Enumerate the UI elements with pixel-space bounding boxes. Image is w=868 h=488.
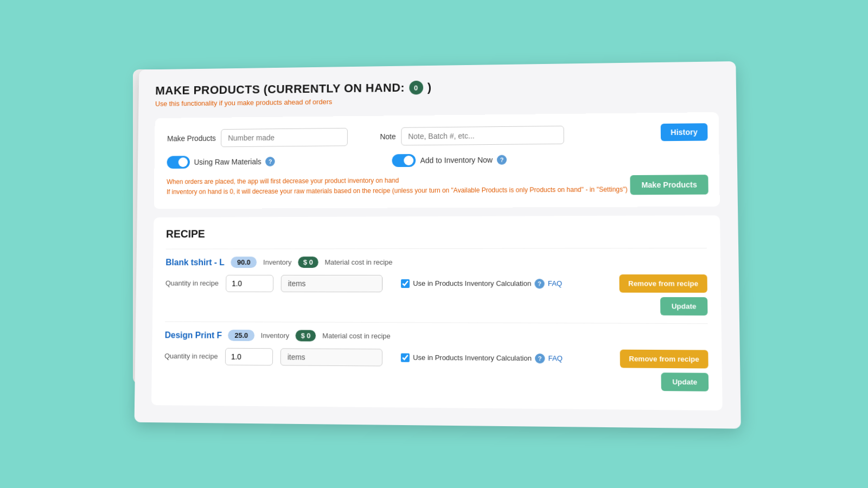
- checkbox-label-0: Use in Products Inventory Calculation: [413, 279, 531, 287]
- update-row-1: Update: [164, 369, 709, 391]
- qty-label-0: Quantity in recipe: [165, 279, 219, 287]
- qty-label-1: Quantity in recipe: [164, 352, 218, 360]
- note-label: Note: [380, 132, 395, 141]
- recipe-actions-1: Remove from recipe: [620, 350, 709, 369]
- raw-materials-help-icon[interactable]: ?: [265, 157, 275, 166]
- item-name-1[interactable]: Design Print F: [165, 330, 222, 340]
- raw-materials-toggle-group: Using Raw Materials ?: [167, 155, 276, 169]
- faq-link-1[interactable]: FAQ: [548, 354, 563, 362]
- item-name-0[interactable]: Blank tshirt - L: [165, 258, 225, 267]
- checkbox-label-1: Use in Products Inventory Calculation: [413, 354, 532, 363]
- recipe-section: RECIPE Blank tshirt - L 90.0 Inventory $…: [151, 215, 723, 410]
- make-products-panel: History Make Products Note: [154, 112, 720, 209]
- inventory-badge-1: 25.0: [228, 330, 254, 341]
- recipe-actions-0: Remove from recipe: [619, 274, 707, 293]
- qty-input-1[interactable]: [225, 348, 273, 365]
- cost-badge-0: $ 0: [298, 256, 318, 268]
- controls-left-0: Quantity in recipe Use in Products Inven…: [165, 275, 563, 293]
- faq-help-icon-1[interactable]: ?: [535, 354, 545, 363]
- title-text: MAKE PRODUCTS (CURRENTLY ON HAND:: [155, 81, 405, 98]
- remove-btn-0[interactable]: Remove from recipe: [619, 274, 707, 293]
- faq-help-icon-0[interactable]: ?: [534, 279, 544, 288]
- recipe-item-header-0: Blank tshirt - L 90.0 Inventory $ 0 Mate…: [165, 256, 707, 268]
- on-hand-badge: 0: [409, 80, 423, 94]
- title-close: ): [427, 80, 432, 94]
- recipe-controls-0: Quantity in recipe Use in Products Inven…: [165, 274, 707, 293]
- raw-materials-toggle[interactable]: [167, 156, 190, 169]
- add-inventory-label: Add to Inventory Now: [420, 156, 493, 165]
- checkbox-group-0: Use in Products Inventory Calculation ? …: [401, 279, 562, 288]
- add-inventory-toggle-group: Add to Inventory Now ?: [392, 153, 507, 166]
- cost-label-0: Material cost in recipe: [324, 258, 392, 266]
- faq-link-0[interactable]: FAQ: [548, 279, 563, 287]
- recipe-item-header-1: Design Print F 25.0 Inventory $ 0 Materi…: [165, 330, 708, 344]
- make-products-label: Make Products: [167, 134, 216, 143]
- form-row-1: Make Products Note: [167, 124, 705, 147]
- unit-input-0[interactable]: [281, 275, 383, 292]
- update-btn-0[interactable]: Update: [660, 297, 708, 316]
- add-inventory-toggle[interactable]: [392, 154, 416, 167]
- update-row-0: Update: [165, 296, 707, 316]
- recipe-controls-1: Quantity in recipe Use in Products Inven…: [164, 347, 709, 368]
- add-inventory-help-icon[interactable]: ?: [497, 155, 507, 164]
- form-row-2: Using Raw Materials ? Add to Inventory N…: [167, 152, 706, 169]
- inventory-label-0: Inventory: [263, 258, 291, 266]
- main-card: MAKE PRODUCTS (CURRENTLY ON HAND: 0 ) Us…: [135, 61, 741, 429]
- inventory-label-1: Inventory: [261, 331, 290, 339]
- history-button[interactable]: History: [660, 123, 707, 141]
- inventory-calc-checkbox-1[interactable]: [401, 353, 410, 362]
- raw-materials-label: Using Raw Materials: [194, 157, 261, 166]
- controls-left-1: Quantity in recipe Use in Products Inven…: [164, 348, 563, 368]
- warning-text: When orders are placed, the app will fir…: [167, 174, 706, 197]
- unit-input-1[interactable]: [280, 348, 382, 366]
- make-products-button[interactable]: Make Products: [630, 175, 709, 195]
- recipe-title: RECIPE: [166, 227, 707, 241]
- inventory-badge-0: 90.0: [231, 256, 257, 268]
- checkbox-group-1: Use in Products Inventory Calculation ? …: [401, 352, 563, 363]
- make-products-input[interactable]: [221, 128, 348, 147]
- note-field: Note: [380, 126, 564, 146]
- recipe-item-1: Design Print F 25.0 Inventory $ 0 Materi…: [164, 322, 709, 400]
- header-section: MAKE PRODUCTS (CURRENTLY ON HAND: 0 ) Us…: [155, 76, 718, 107]
- cost-badge-1: $ 0: [296, 330, 316, 342]
- cost-label-1: Material cost in recipe: [322, 332, 391, 341]
- update-btn-1[interactable]: Update: [661, 373, 709, 391]
- note-input[interactable]: [401, 126, 564, 146]
- qty-input-0[interactable]: [226, 275, 273, 292]
- remove-btn-1[interactable]: Remove from recipe: [620, 350, 709, 369]
- inventory-calc-checkbox-0[interactable]: [401, 279, 410, 288]
- make-products-field: Make Products: [167, 128, 348, 147]
- recipe-item: Blank tshirt - L 90.0 Inventory $ 0 Mate…: [165, 248, 708, 323]
